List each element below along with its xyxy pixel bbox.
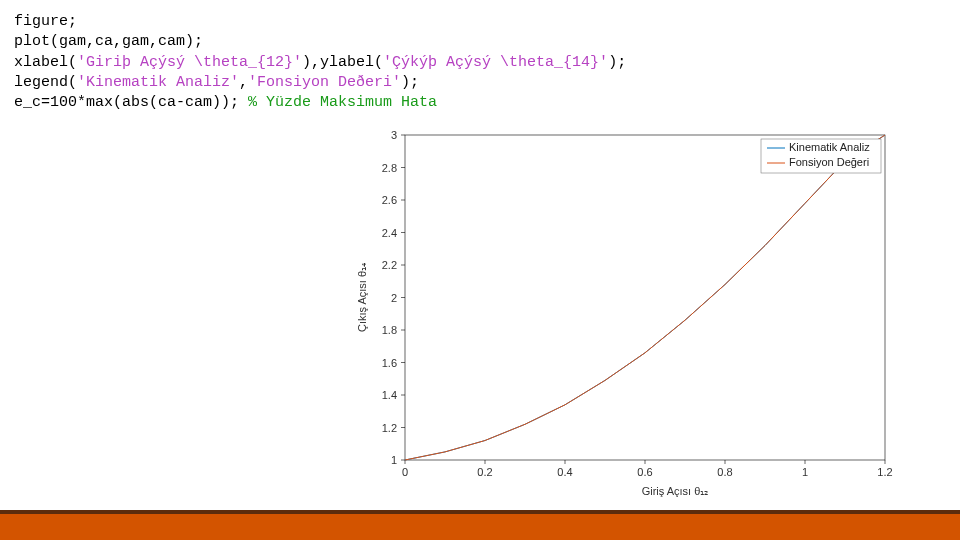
y-tick-label: 1 <box>391 454 397 466</box>
code-text: ); <box>401 74 419 91</box>
y-tick-label: 3 <box>391 129 397 141</box>
y-tick-label: 2 <box>391 292 397 304</box>
chart: 00.20.40.60.811.211.21.41.61.822.22.42.6… <box>350 125 900 505</box>
code-line: e_c=100*max(abs(ca-cam)); % Yüzde Maksim… <box>14 93 946 113</box>
x-tick-label: 0.2 <box>477 466 492 478</box>
x-tick-label: 1 <box>802 466 808 478</box>
plot-frame <box>405 135 885 460</box>
y-tick-label: 2.2 <box>382 259 397 271</box>
x-tick-label: 0.6 <box>637 466 652 478</box>
x-axis-label: Giriş Açısı θ₁₂ <box>642 485 709 497</box>
x-tick-label: 0.4 <box>557 466 572 478</box>
code-line: plot(gam,ca,gam,cam); <box>14 32 946 52</box>
y-tick-label: 1.6 <box>382 357 397 369</box>
x-tick-label: 0 <box>402 466 408 478</box>
legend-label: Fonsiyon Değeri <box>789 156 869 168</box>
code-text: e_c=100*max(abs(ca-cam)); <box>14 94 248 111</box>
code-text: xlabel( <box>14 54 77 71</box>
code-string: 'Çýkýþ Açýsý \theta_{14}' <box>383 54 608 71</box>
legend-label: Kinematik Analiz <box>789 141 870 153</box>
code-line: xlabel('Giriþ Açýsý \theta_{12}'),ylabel… <box>14 53 946 73</box>
code-text: legend( <box>14 74 77 91</box>
x-tick-label: 0.8 <box>717 466 732 478</box>
y-tick-label: 1.2 <box>382 422 397 434</box>
y-tick-label: 1.8 <box>382 324 397 336</box>
code-block: figure;plot(gam,ca,gam,cam);xlabel('Giri… <box>0 0 960 117</box>
footer-bar <box>0 510 960 540</box>
code-text: ); <box>608 54 626 71</box>
y-tick-label: 2.8 <box>382 162 397 174</box>
y-axis-label: Çıkış Açısı θ₁₄ <box>356 262 368 332</box>
code-line: legend('Kinematik Analiz','Fonsiyon Deðe… <box>14 73 946 93</box>
code-comment: % Yüzde Maksimum Hata <box>248 94 437 111</box>
y-tick-label: 2.6 <box>382 194 397 206</box>
code-string: 'Kinematik Analiz' <box>77 74 239 91</box>
code-string: 'Fonsiyon Deðeri' <box>248 74 401 91</box>
code-line: figure; <box>14 12 946 32</box>
y-tick-label: 1.4 <box>382 389 397 401</box>
code-text: ),ylabel( <box>302 54 383 71</box>
code-text: , <box>239 74 248 91</box>
x-tick-label: 1.2 <box>877 466 892 478</box>
code-string: 'Giriþ Açýsý \theta_{12}' <box>77 54 302 71</box>
chart-svg: 00.20.40.60.811.211.21.41.61.822.22.42.6… <box>350 125 900 505</box>
y-tick-label: 2.4 <box>382 227 397 239</box>
